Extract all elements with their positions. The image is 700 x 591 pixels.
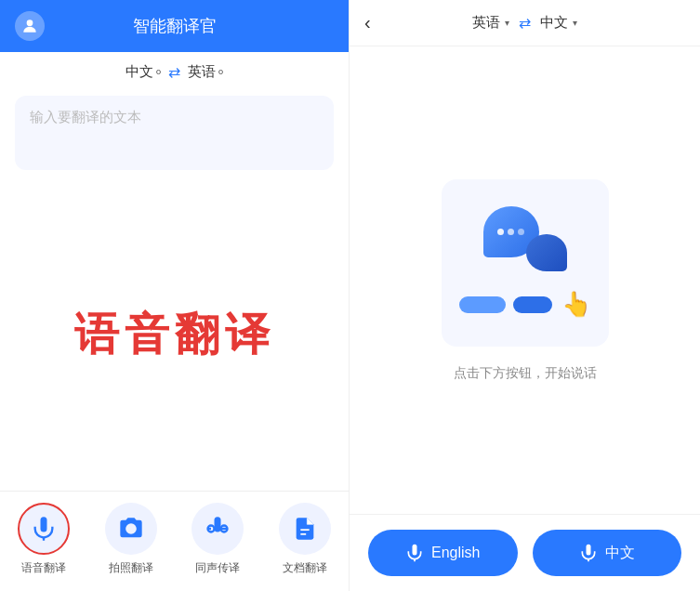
dot3 — [518, 229, 524, 235]
app-title: 智能翻译官 — [133, 15, 217, 37]
english-voice-button[interactable]: English — [368, 530, 518, 576]
voice-section-title: 语音翻译 — [74, 305, 275, 364]
tap-btn-2 — [513, 296, 552, 313]
chinese-voice-button[interactable]: 中文 — [533, 530, 682, 576]
left-source-lang[interactable]: 中文 — [125, 63, 161, 81]
nav-label-simultaneous: 同声传译 — [195, 560, 240, 576]
dot1 — [497, 229, 504, 235]
source-dot-icon — [156, 70, 161, 74]
bottom-nav: 语音翻译 拍照翻译 同声传译 — [0, 491, 349, 591]
english-mic-icon — [405, 544, 424, 562]
bubble-dots — [497, 229, 524, 235]
nav-label-document: 文档翻译 — [283, 560, 327, 576]
english-btn-label: English — [431, 545, 480, 561]
nav-item-voice[interactable]: 语音翻译 — [0, 503, 87, 576]
back-button[interactable]: ‹ — [364, 12, 371, 33]
text-input-area[interactable]: 输入要翻译的文本 — [15, 96, 334, 170]
right-header: ‹ 英语 ▾ ⇄ 中文 ▾ — [350, 0, 700, 46]
nav-item-photo[interactable]: 拍照翻译 — [87, 503, 175, 576]
input-placeholder: 输入要翻译的文本 — [30, 109, 141, 125]
voice-illustration: 👆 点击下方按钮，开始说话 — [350, 46, 700, 514]
voice-hint: 点击下方按钮，开始说话 — [454, 365, 597, 382]
target-dot-icon — [218, 70, 223, 74]
nav-label-voice: 语音翻译 — [21, 560, 66, 576]
chat-bubbles-illustration — [483, 206, 567, 271]
right-panel: ‹ 英语 ▾ ⇄ 中文 ▾ — [349, 0, 700, 591]
right-source-label: 英语 — [472, 14, 500, 32]
nav-item-simultaneous[interactable]: 同声传译 — [175, 503, 262, 576]
svg-point-0 — [27, 20, 33, 26]
left-panel: 智能翻译官 中文 ⇄ 英语 输入要翻译的文本 语音翻译 语音翻译 — [0, 0, 349, 591]
right-lang-bar: 英语 ▾ ⇄ 中文 ▾ — [472, 14, 577, 32]
tap-btn-1 — [459, 296, 506, 313]
left-header: 智能翻译官 — [0, 0, 349, 52]
bubble-small — [526, 234, 567, 271]
left-lang-bar: 中文 ⇄ 英语 — [0, 52, 349, 88]
voice-nav-icon-wrap — [18, 503, 70, 555]
illustration-card: 👆 — [442, 179, 609, 347]
right-source-lang[interactable]: 英语 ▾ — [472, 14, 509, 32]
right-target-label: 中文 — [540, 14, 568, 32]
right-target-lang[interactable]: 中文 ▾ — [540, 14, 577, 32]
left-target-label: 英语 — [188, 63, 216, 81]
photo-nav-icon-wrap — [105, 503, 157, 555]
right-target-dot: ▾ — [573, 18, 577, 28]
finger-icon: 👆 — [561, 290, 591, 319]
voice-section: 语音翻译 — [0, 177, 349, 491]
left-target-lang[interactable]: 英语 — [188, 63, 223, 81]
nav-label-photo: 拍照翻译 — [109, 560, 153, 576]
swap-icon[interactable]: ⇄ — [168, 63, 180, 81]
tap-row: 👆 — [459, 290, 591, 319]
left-source-label: 中文 — [125, 63, 153, 81]
document-nav-icon-wrap — [279, 503, 331, 555]
right-source-dot: ▾ — [505, 18, 509, 28]
nav-item-document[interactable]: 文档翻译 — [261, 503, 349, 576]
simultaneous-nav-icon-wrap — [192, 503, 244, 555]
chinese-mic-icon — [579, 544, 598, 562]
right-swap-icon[interactable]: ⇄ — [519, 14, 531, 32]
bottom-buttons: English 中文 — [350, 514, 700, 591]
chinese-btn-label: 中文 — [605, 544, 635, 563]
dot2 — [508, 229, 514, 235]
avatar[interactable] — [15, 11, 45, 41]
